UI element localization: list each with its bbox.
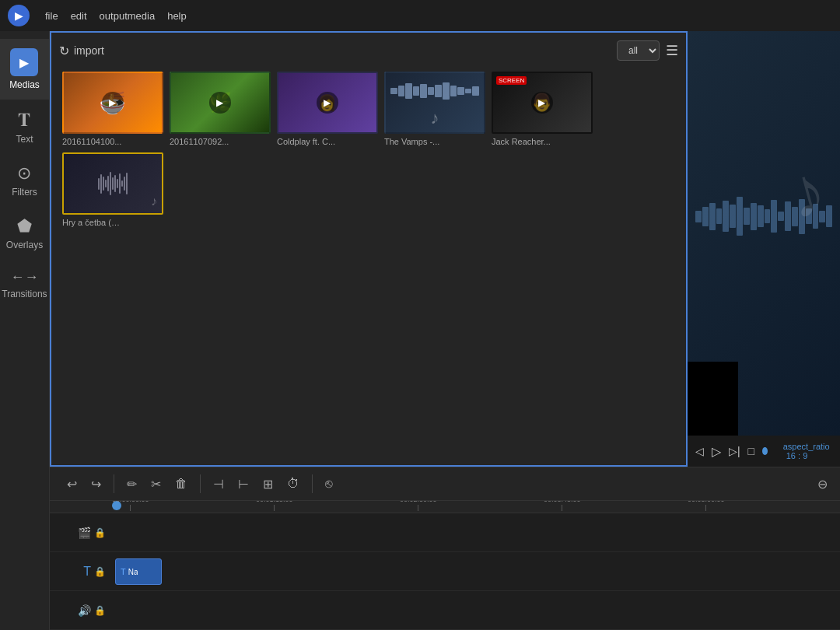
text-track-icon: T	[83, 565, 91, 579]
trim-end-button[interactable]: ⊢	[233, 474, 254, 495]
toolbar-separator-3	[312, 474, 313, 493]
media-name: The Vamps -...	[384, 137, 485, 146]
list-item[interactable]: 🌿 ▶ 20161107092...	[170, 72, 271, 146]
sidebar-item-overlays[interactable]: ⬟ Overlays	[0, 207, 49, 260]
audio-track-lock[interactable]: 🔒	[94, 605, 106, 616]
audio-track-area	[112, 591, 840, 629]
aspect-ratio: aspect_ratio 16 : 9	[783, 442, 832, 460]
timeline: 00:00:00.00 00:01:15.00 00:02:30.00 00:0…	[50, 501, 840, 630]
preview-controls: ◁ ▷ ▷| □ aspect_ratio 16 : 9	[688, 436, 840, 467]
stop-button[interactable]: □	[748, 445, 754, 457]
media-thumbnail: 🌿 ▶	[170, 72, 271, 134]
app-logo: ▶	[8, 5, 30, 26]
text-track-controls: T 🔒	[50, 565, 112, 579]
undo-button[interactable]: ↩	[62, 474, 82, 495]
step-back-button[interactable]: ◁	[695, 445, 704, 457]
sidebar-label-overlays: Overlays	[6, 240, 43, 250]
audio-track-row: 🔊 🔒	[50, 591, 840, 630]
audio-track-icon: 🔊	[78, 604, 91, 617]
play-button[interactable]: ▷	[712, 444, 721, 459]
trim-start-button[interactable]: ⊣	[208, 474, 229, 495]
volume-dot	[762, 447, 768, 455]
import-icon: ↻	[59, 44, 69, 58]
cut-button[interactable]: ✂	[146, 474, 166, 495]
text-track-row: T 🔒 T Na	[50, 552, 840, 591]
media-thumbnail: ♪	[62, 152, 163, 215]
time-button[interactable]: ⏱	[282, 474, 304, 494]
video-track-lock[interactable]: 🔒	[94, 527, 106, 538]
list-item[interactable]: ♪ The Vamps -...	[384, 72, 485, 146]
media-name: 20161107092...	[170, 137, 271, 146]
toolbar: ↩ ↪ ✏ ✂ 🗑 ⊣ ⊢ ⊞ ⏱ ⎋ ⊖	[50, 467, 840, 501]
media-thumbnail: 👩 ▶	[277, 72, 378, 134]
sidebar-label-medias: Medias	[9, 79, 40, 90]
sidebar-item-filters[interactable]: ⊙ Filters	[0, 154, 49, 207]
text-icon: 𝐓	[18, 109, 30, 131]
timeline-tracks: 🎬 🔒 T 🔒 T Na	[50, 513, 840, 630]
sidebar-label-filters: Filters	[12, 187, 37, 198]
preview-content: ♪	[688, 31, 840, 436]
sidebar-label-text: Text	[16, 134, 33, 145]
title-bar: ▶ file edit outputmedia help	[0, 0, 840, 31]
zoom-out-button[interactable]: ⊖	[817, 477, 828, 492]
text-track-lock[interactable]: 🔒	[94, 566, 106, 577]
ruler-marker: 00:03:45.00	[544, 501, 581, 511]
media-thumbnail: ♪	[384, 72, 485, 134]
timeline-ruler: 00:00:00.00 00:01:15.00 00:02:30.00 00:0…	[50, 501, 840, 513]
text-track-area: T Na	[112, 552, 840, 590]
ruler-marker: 00:05:00.00	[688, 501, 725, 511]
edit-button[interactable]: ✏	[122, 474, 142, 495]
medias-icon: ▶	[10, 48, 38, 76]
video-track-area	[112, 513, 840, 551]
menu-bar: file edit outputmedia help	[45, 10, 187, 22]
media-name: Coldplay ft. C...	[277, 137, 378, 146]
filters-icon: ⊙	[17, 163, 31, 184]
sidebar-item-medias[interactable]: ▶ Medias	[0, 39, 49, 100]
toolbar-separator	[114, 474, 114, 493]
list-view-button[interactable]: ☰	[666, 42, 678, 59]
browser-header: ↻ import all ☰	[59, 40, 678, 61]
preview-black-box	[688, 362, 738, 436]
main-area: ▶ Medias 𝐓 Text ⊙ Filters ⬟ Overlays ←→ …	[0, 31, 840, 630]
menu-edit[interactable]: edit	[71, 10, 87, 22]
media-browser: ↻ import all ☰ 🍜	[50, 31, 688, 467]
sidebar: ▶ Medias 𝐓 Text ⊙ Filters ⬟ Overlays ←→ …	[0, 31, 50, 630]
video-track-icon: 🎬	[78, 527, 91, 539]
list-item[interactable]: 👨 SCREEN ▶ Jack Reacher...	[492, 72, 593, 146]
play-overlay: ▶	[102, 92, 124, 114]
play-overlay: ▶	[531, 92, 553, 114]
media-name: 20161104100...	[62, 137, 163, 146]
delete-button[interactable]: 🗑	[170, 474, 192, 494]
sidebar-item-text[interactable]: 𝐓 Text	[0, 100, 49, 154]
media-thumbnail: 👨 SCREEN ▶	[492, 72, 593, 134]
redo-button[interactable]: ↪	[86, 474, 106, 495]
menu-file[interactable]: file	[45, 10, 58, 22]
step-forward-button[interactable]: ▷|	[729, 445, 740, 457]
media-name: Hry a četba (…	[62, 218, 163, 227]
sidebar-label-transitions: Transitions	[2, 289, 47, 299]
video-track-row: 🎬 🔒	[50, 513, 840, 552]
video-track-controls: 🎬 🔒	[50, 527, 112, 539]
list-item[interactable]: 🍜 ▶ 20161104100...	[62, 72, 163, 146]
sidebar-item-transitions[interactable]: ←→ Transitions	[0, 260, 49, 309]
ruler-marker: 00:02:30.00	[400, 501, 437, 511]
text-clip[interactable]: T Na	[115, 558, 162, 585]
export-button[interactable]: ⎋	[320, 474, 338, 494]
top-section: ↻ import all ☰ 🍜	[50, 31, 840, 467]
filter-dropdown[interactable]: all	[617, 40, 660, 61]
media-grid: 🍜 ▶ 20161104100... 🌿 ▶	[59, 68, 678, 230]
split-button[interactable]: ⊞	[258, 474, 278, 495]
menu-outputmedia[interactable]: outputmedia	[100, 10, 156, 22]
overlays-icon: ⬟	[17, 216, 32, 236]
list-item[interactable]: ♪ Hry a četba (…	[62, 152, 163, 227]
transitions-icon: ←→	[10, 269, 38, 285]
content-area: ↻ import all ☰ 🍜	[50, 31, 840, 630]
menu-help[interactable]: help	[167, 10, 187, 22]
audio-track-controls: 🔊 🔒	[50, 604, 112, 617]
list-item[interactable]: 👩 ▶ Coldplay ft. C...	[277, 72, 378, 146]
play-overlay: ▶	[317, 92, 338, 114]
clip-label: Na	[128, 568, 138, 576]
media-thumbnail: 🍜 ▶	[62, 72, 163, 134]
play-overlay: ▶	[209, 92, 231, 114]
import-button[interactable]: ↻ import	[59, 44, 104, 58]
